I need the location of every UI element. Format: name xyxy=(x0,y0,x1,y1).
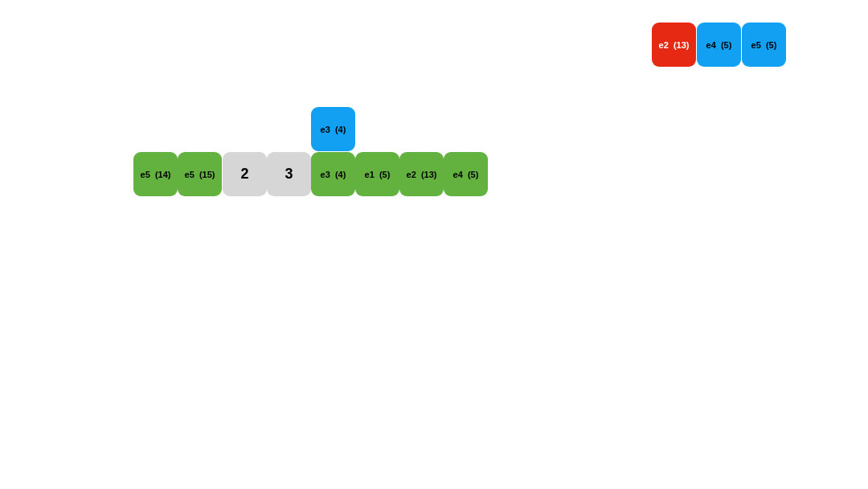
tile-top-e5[interactable]: e5 (5) xyxy=(742,23,786,67)
tile-row-slot2[interactable]: 2 xyxy=(223,152,267,196)
tile-row-slot3[interactable]: 3 xyxy=(267,152,311,196)
tile-top-e4[interactable]: e4 (5) xyxy=(697,23,741,67)
tile-row-e5-14[interactable]: e5 (14) xyxy=(133,152,178,196)
tile-row-e5-15[interactable]: e5 (15) xyxy=(178,152,222,196)
tile-float-e3[interactable]: e3 (4) xyxy=(311,107,355,151)
tile-row-e4-5[interactable]: e4 (5) xyxy=(444,152,488,196)
tile-row-e3-4[interactable]: e3 (4) xyxy=(311,152,355,196)
tile-row-e1-5[interactable]: e1 (5) xyxy=(355,152,399,196)
tile-row-e2-13[interactable]: e2 (13) xyxy=(399,152,444,196)
tile-top-e2[interactable]: e2 (13) xyxy=(652,23,696,67)
